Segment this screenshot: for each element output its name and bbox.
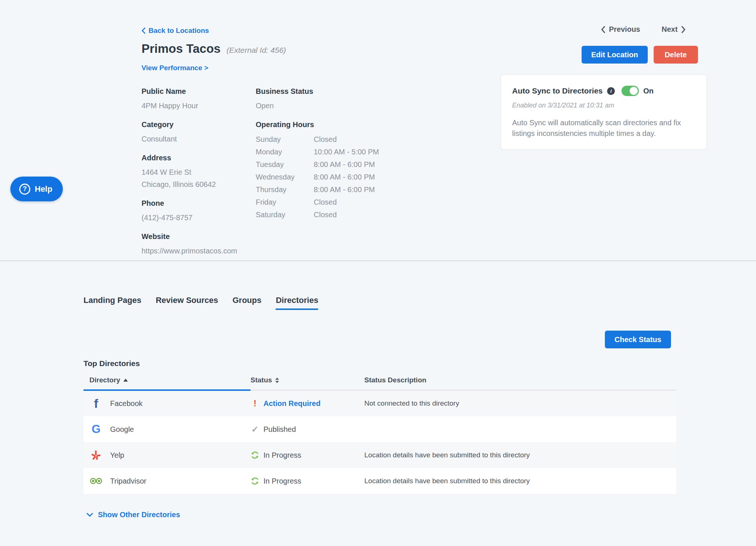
auto-sync-state: On [643, 87, 654, 95]
status-cell: ! ✓ In Progress [251, 477, 364, 485]
back-to-locations-link[interactable]: Back to Locations [142, 27, 209, 35]
phone-label: Phone [142, 199, 256, 208]
status-icon: ! ✓ [251, 477, 259, 485]
category-value: Consultant [142, 133, 256, 145]
table-row[interactable]: Yelp ! ✓ [84, 442, 676, 468]
help-button[interactable]: ? Help [10, 177, 63, 201]
status-label[interactable]: Published [263, 425, 296, 434]
top-directories-heading: Top Directories [84, 359, 140, 368]
operating-hours-label: Operating Hours [256, 120, 379, 129]
hours-row: Tuesday 8:00 AM - 6:00 PM [256, 158, 379, 171]
hours-row: Sunday Closed [256, 133, 379, 146]
auto-sync-title: Auto Sync to Directories [512, 86, 603, 95]
status-icon: ! ✓ [251, 451, 259, 459]
info-icon[interactable]: i [607, 87, 615, 95]
directories-table: Directory Status Status Description [84, 376, 676, 494]
directory-name: Facebook [110, 399, 143, 408]
hours-row: Saturday Closed [256, 208, 379, 221]
show-other-directories-link[interactable]: Show Other Directories [86, 511, 180, 519]
address-label: Address [142, 154, 256, 162]
auto-sync-toggle[interactable] [622, 86, 639, 96]
hours-time: Closed [314, 133, 337, 146]
table-header: Directory Status Status Description [84, 376, 676, 390]
address-line2: Chicago, Illinois 60642 [142, 178, 256, 191]
table-row[interactable]: Tripadvisor ! ✓ [84, 468, 676, 494]
auto-sync-enabled-note: Enabled on 3/31/2021 at 10:31 am [512, 102, 695, 109]
directory-logo-icon [89, 397, 103, 410]
chevron-right-icon [681, 26, 686, 33]
previous-label: Previous [609, 25, 640, 34]
hours-day: Wednesday [256, 171, 314, 183]
directory-logo-icon [89, 423, 103, 436]
status-cell: ! ✓ Action Required [251, 398, 364, 409]
auto-sync-card: Auto Sync to Directories i On Enabled on… [501, 74, 707, 150]
hours-day: Thursday [256, 183, 314, 196]
table-row[interactable]: Facebook ! ✓ [84, 390, 676, 416]
show-other-label: Show Other Directories [98, 511, 180, 519]
chevron-down-icon [86, 513, 93, 517]
question-mark-icon: ? [19, 184, 30, 195]
edit-location-button[interactable]: Edit Location [582, 46, 648, 64]
column-header-directory[interactable]: Directory [84, 376, 251, 384]
check-status-button[interactable]: Check Status [605, 331, 671, 348]
location-pagination: Previous Next [601, 25, 686, 34]
title-row: Primos Tacos (External Id: 456) [142, 42, 286, 56]
status-label[interactable]: Action Required [263, 399, 320, 408]
address-line1: 1464 W Erie St [142, 166, 256, 178]
hours-time: 10:00 AM - 5:00 PM [314, 146, 379, 158]
refresh-icon [251, 477, 259, 485]
public-name-value: 4PM Happy Hour [142, 100, 256, 112]
auto-sync-description: Auto Sync will automatically scan direct… [512, 117, 695, 139]
operating-hours-list: Sunday Closed Monday 10:00 AM - 5:00 PM … [256, 133, 379, 221]
website-value: https://www.primostacos.com [142, 245, 256, 257]
tab[interactable]: Review Sources [156, 296, 218, 310]
section-divider [0, 260, 756, 261]
toggle-knob [630, 87, 638, 95]
tab[interactable]: Directories [276, 296, 318, 310]
hours-day: Monday [256, 146, 314, 158]
delete-button[interactable]: Delete [654, 46, 698, 64]
hours-time: Closed [314, 208, 337, 221]
exclamation-icon: ! [253, 398, 256, 409]
page-title: Primos Tacos [142, 42, 221, 56]
tab[interactable]: Groups [232, 296, 261, 310]
status-cell: ! ✓ Published [251, 424, 364, 434]
sort-ascending-icon [123, 379, 128, 382]
help-label: Help [35, 184, 52, 194]
hours-row: Wednesday 8:00 AM - 6:00 PM [256, 171, 379, 183]
view-performance-link[interactable]: View Performance > [142, 64, 208, 72]
hours-row: Thursday 8:00 AM - 6:00 PM [256, 183, 379, 196]
hours-day: Saturday [256, 208, 314, 221]
tab[interactable]: Landing Pages [84, 296, 141, 310]
hours-day: Friday [256, 196, 314, 208]
phone-value: (412)-475-8757 [142, 212, 256, 224]
directory-name: Tripadvisor [110, 477, 146, 485]
directory-name: Yelp [110, 451, 124, 460]
column-header-status-description: Status Description [364, 376, 426, 384]
column-header-status[interactable]: Status [251, 376, 364, 384]
status-description: Not connected to this directory [364, 399, 676, 407]
public-name-label: Public Name [142, 87, 256, 96]
directory-name: Google [110, 425, 134, 434]
previous-button[interactable]: Previous [601, 25, 640, 34]
directory-column-label: Directory [89, 376, 120, 384]
check-icon: ✓ [251, 424, 258, 434]
status-description: Location details have been submitted to … [364, 477, 676, 485]
next-button[interactable]: Next [661, 25, 685, 34]
business-status-label: Business Status [256, 87, 379, 96]
tab-bar: Landing Pages Review Sources Groups Dire… [84, 296, 318, 310]
external-id: (External Id: 456) [227, 46, 286, 55]
hours-day: Sunday [256, 133, 314, 146]
sort-icon [275, 378, 279, 383]
table-row[interactable]: Google ! ✓ [84, 416, 676, 442]
back-link-label: Back to Locations [149, 27, 209, 35]
directory-logo-icon [89, 448, 103, 462]
status-description: Location details have been submitted to … [364, 451, 676, 459]
chevron-left-icon [601, 26, 605, 33]
status-icon: ! ✓ [251, 424, 259, 434]
table-body: Facebook ! ✓ [84, 390, 676, 494]
status-label[interactable]: In Progress [263, 451, 301, 460]
status-label[interactable]: In Progress [263, 477, 301, 485]
active-sort-underline [84, 389, 251, 391]
hours-row: Monday 10:00 AM - 5:00 PM [256, 146, 379, 158]
